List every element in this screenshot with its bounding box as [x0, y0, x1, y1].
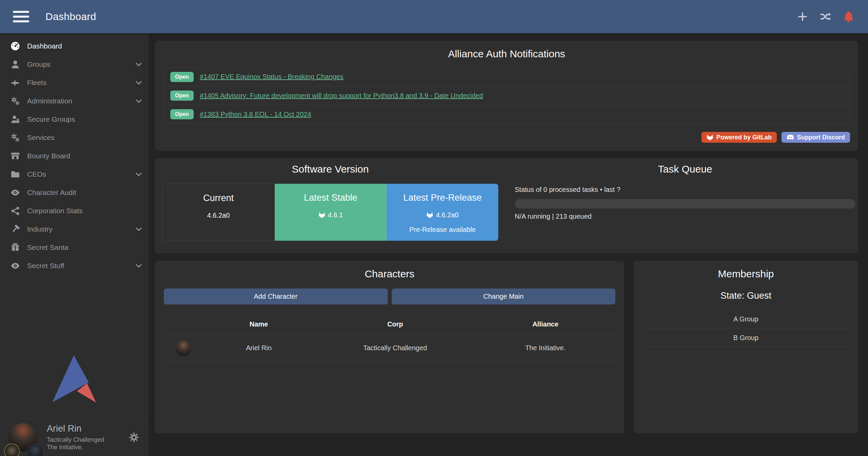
- cell-alliance: The Initiative.: [476, 344, 615, 352]
- characters-table: Name Corp Alliance Ariel Rin Tactically …: [164, 314, 615, 361]
- sidebar-item-label: Corporation Stats: [27, 207, 82, 215]
- sidebar-item-label: Dashboard: [27, 42, 62, 50]
- software-version-section: Software Version Current 4.6.2a0 Latest …: [155, 158, 507, 253]
- hammer-icon: [10, 224, 20, 234]
- sidebar-item-fleets[interactable]: Fleets: [0, 74, 149, 92]
- sidebar: Dashboard Groups Fleets: [0, 33, 149, 456]
- share-icon: [10, 206, 20, 216]
- gauge-icon: [10, 41, 20, 51]
- task-queue-section: Task Queue Status of 0 processed tasks •…: [507, 158, 859, 253]
- sidebar-item-corporation-stats[interactable]: Corporation Stats: [0, 202, 149, 220]
- version-card-label: Current: [162, 193, 274, 203]
- sidebar-item-label: Services: [27, 134, 55, 142]
- membership-groups: A Group B Group: [643, 310, 849, 347]
- chevron-down-icon: [134, 78, 143, 87]
- shuffle-icon[interactable]: [819, 10, 832, 23]
- chevron-down-icon: [134, 60, 143, 69]
- sidebar-item-label: CEOs: [27, 170, 46, 178]
- sidebar-item-label: Bounty Board: [27, 152, 70, 160]
- version-card-label: Latest Pre-Release: [387, 193, 499, 203]
- sidebar-item-label: Groups: [27, 60, 51, 68]
- sidebar-item-secure-groups[interactable]: Secure Groups: [0, 110, 149, 128]
- alliance-auth-logo: [52, 355, 97, 403]
- main-content: Alliance Auth Notifications Open #1407 E…: [149, 33, 868, 456]
- folder-icon: [10, 169, 20, 179]
- version-card-latest-stable: Latest Stable 4.6.1: [275, 184, 387, 241]
- store-icon: [10, 151, 20, 161]
- sidebar-item-secret-stuff[interactable]: Secret Stuff: [0, 257, 149, 275]
- sidebar-item-label: Character Audit: [27, 189, 76, 197]
- jet-icon: [10, 78, 20, 88]
- chevron-down-icon: [134, 261, 143, 270]
- version-taskqueue-panel: Software Version Current 4.6.2a0 Latest …: [155, 158, 858, 253]
- user-name: Ariel Rin: [47, 423, 104, 435]
- notification-link[interactable]: #1405 Advisory: Future development will …: [200, 92, 483, 100]
- notification-item: Open #1407 EVE Equinox Status - Breaking…: [163, 67, 850, 86]
- sidebar-item-administration[interactable]: Administration: [0, 92, 149, 110]
- header-name: Name: [203, 320, 315, 328]
- menu-toggle-icon[interactable]: [13, 11, 29, 22]
- sidebar-item-label: Secret Stuff: [27, 262, 64, 270]
- sidebar-item-ceos[interactable]: CEOs: [0, 165, 149, 183]
- gift-icon: [10, 242, 20, 253]
- navbar-actions: [796, 10, 855, 23]
- task-queue-title: Task Queue: [515, 163, 856, 175]
- eye-icon: [10, 187, 20, 198]
- chevron-down-icon: [134, 97, 143, 105]
- change-main-button[interactable]: Change Main: [392, 289, 616, 304]
- gitlab-badge-label: Powered by GitLab: [716, 134, 772, 141]
- page-title: Dashboard: [45, 11, 96, 22]
- task-progress-bar: [515, 199, 856, 209]
- app-root: Dashboard: [0, 0, 868, 456]
- chevron-down-icon: [134, 170, 143, 179]
- sidebar-item-services[interactable]: Services: [0, 128, 149, 147]
- user-panel: Ariel Rin Tactically Challenged The Init…: [0, 418, 149, 456]
- user-corp: Tactically Challenged: [47, 436, 104, 444]
- gitlab-badge[interactable]: Powered by GitLab: [701, 132, 777, 143]
- user-avatar: [9, 423, 37, 452]
- discord-icon: [787, 134, 794, 140]
- sidebar-item-label: Fleets: [27, 79, 46, 87]
- discord-badge[interactable]: Support Discord: [782, 132, 850, 143]
- table-row: Ariel Rin Tactically Challenged The Init…: [164, 335, 615, 361]
- gears-icon: [10, 133, 20, 143]
- notification-bell-icon[interactable]: [842, 10, 855, 23]
- gitlab-tanuki-icon: [426, 212, 433, 218]
- sidebar-item-label: Industry: [27, 225, 53, 233]
- header-corp: Corp: [315, 320, 476, 328]
- settings-gear-icon[interactable]: [128, 432, 140, 443]
- task-queue-line: N/A running | 213 queued: [515, 213, 856, 220]
- character-row-portrait: [176, 340, 191, 356]
- table-header-row: Name Corp Alliance: [164, 314, 615, 335]
- user-lock-icon: [10, 114, 20, 124]
- user-info: Ariel Rin Tactically Challenged The Init…: [47, 423, 104, 451]
- navbar: Dashboard: [0, 0, 868, 33]
- sidebar-item-secret-santa[interactable]: Secret Santa: [0, 238, 149, 257]
- version-card-label: Latest Stable: [275, 193, 387, 203]
- characters-panel: Characters Add Character Change Main Nam…: [155, 261, 624, 433]
- status-badge: Open: [170, 72, 194, 82]
- sidebar-item-industry[interactable]: Industry: [0, 220, 149, 238]
- sidebar-item-dashboard[interactable]: Dashboard: [0, 37, 149, 55]
- gears-icon: [10, 96, 20, 106]
- sidebar-item-bounty-board[interactable]: Bounty Board: [0, 147, 149, 165]
- add-character-button[interactable]: Add Character: [164, 289, 388, 304]
- sidebar-item-label: Secure Groups: [27, 115, 75, 123]
- status-badge: Open: [170, 109, 194, 119]
- sidebar-item-groups[interactable]: Groups: [0, 55, 149, 74]
- status-badge: Open: [170, 91, 194, 101]
- notification-link[interactable]: #1383 Python 3.8 EOL - 14 Oct 2024: [200, 111, 311, 118]
- user-icon: [10, 59, 20, 70]
- user-alliance: The Initiative.: [47, 443, 104, 451]
- gitlab-tanuki-icon: [707, 134, 713, 141]
- characters-actions: Add Character Change Main: [164, 289, 615, 304]
- task-status-line: Status of 0 processed tasks • last ?: [515, 186, 856, 194]
- notifications-list: Open #1407 EVE Equinox Status - Breaking…: [163, 67, 850, 124]
- notifications-title: Alliance Auth Notifications: [163, 48, 850, 60]
- membership-title: Membership: [643, 268, 849, 280]
- chevron-down-icon: [134, 225, 143, 234]
- cell-corp: Tactically Challenged: [315, 344, 476, 352]
- sidebar-item-character-audit[interactable]: Character Audit: [0, 183, 149, 202]
- notification-link[interactable]: #1407 EVE Equinox Status - Breaking Chan…: [200, 73, 344, 81]
- add-icon[interactable]: [796, 10, 809, 23]
